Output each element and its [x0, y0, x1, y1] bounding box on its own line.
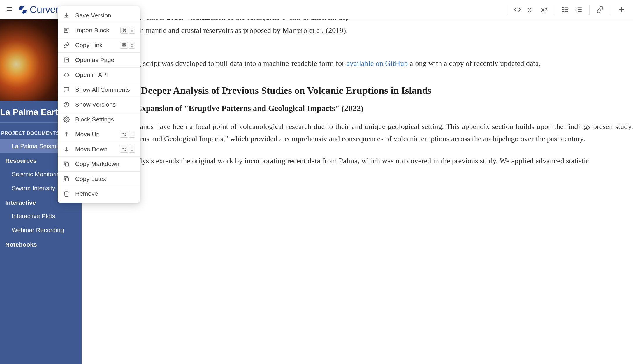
- toolbar-separator: [507, 5, 507, 15]
- context-menu-label: Open as Page: [75, 56, 114, 63]
- keyboard-shortcut: ⌥↑: [120, 131, 135, 138]
- context-menu-label: Show All Comments: [75, 86, 130, 93]
- svg-point-6: [562, 11, 563, 12]
- keyboard-shortcut: ⌘V: [120, 27, 135, 34]
- link-button[interactable]: [594, 3, 606, 16]
- svg-rect-29: [65, 178, 68, 181]
- paragraph: Our deeper analysis extends the original…: [94, 155, 633, 167]
- sidebar-group-notebooks[interactable]: Notebooks: [0, 237, 82, 251]
- arrow-down-icon: [63, 146, 70, 153]
- heading-review: Review and Expansion of "Eruptive Patter…: [94, 104, 633, 113]
- paragraph: A web scraping script was developed to p…: [94, 57, 633, 70]
- toolbar-separator: [555, 5, 555, 15]
- gear-icon: [63, 116, 70, 123]
- svg-point-0: [22, 6, 24, 7]
- context-menu-item[interactable]: Save Version: [58, 8, 140, 23]
- context-menu-item[interactable]: Import Block⌘V: [58, 23, 140, 38]
- context-menu-item[interactable]: Block Settings: [58, 112, 140, 127]
- paragraph-fragment: presence of both mantle and crustal rese…: [94, 24, 633, 37]
- sidebar-item[interactable]: Webinar Recording: [0, 223, 82, 237]
- section-side-label: Availability: [88, 48, 633, 54]
- arrow-up-icon: [63, 131, 70, 138]
- keyboard-shortcut: ⌘C: [120, 42, 135, 49]
- superscript-button[interactable]: x2: [538, 3, 551, 16]
- code-button[interactable]: [511, 3, 524, 16]
- context-menu-label: Copy Latex: [75, 175, 106, 182]
- availability-section: Availability A web scraping script was d…: [94, 48, 633, 70]
- context-menu-item[interactable]: Copy Link⌘C: [58, 38, 140, 53]
- context-menu-item[interactable]: Move Down⌥↓: [58, 142, 140, 157]
- svg-point-4: [562, 9, 563, 10]
- import-icon: [63, 27, 70, 34]
- context-menu-item[interactable]: Show All Comments: [58, 82, 140, 97]
- toolbar-separator: [611, 5, 611, 15]
- context-menu-label: Import Block: [75, 27, 109, 34]
- editor-toolbar: x2 x2 123: [503, 3, 630, 16]
- text: along with a copy of recently updated da…: [408, 59, 541, 68]
- subscript-button[interactable]: x2: [524, 3, 537, 16]
- context-menu-label: Copy Markdown: [75, 160, 119, 167]
- context-menu-label: Open in API: [75, 71, 108, 78]
- context-menu-item[interactable]: Copy Markdown: [58, 157, 140, 172]
- citation-link[interactable]: Marrero et al. (2019): [282, 26, 346, 35]
- paragraph: The Canary Islands have been a focal poi…: [94, 121, 633, 145]
- code-icon: [63, 71, 70, 78]
- ordered-list-button[interactable]: 123: [572, 3, 585, 16]
- svg-point-25: [66, 119, 67, 120]
- sidebar-item[interactable]: Interactive Plots: [0, 209, 82, 223]
- context-menu-item[interactable]: Open as Page: [58, 53, 140, 68]
- context-menu-item[interactable]: Remove: [58, 186, 140, 201]
- history-icon: [63, 101, 70, 108]
- context-menu-label: Save Version: [75, 12, 111, 19]
- copy-icon: [63, 175, 70, 182]
- bullet-list-button[interactable]: [559, 3, 572, 16]
- trash-icon: [63, 190, 70, 197]
- context-menu-item[interactable]: Copy Latex: [58, 172, 140, 186]
- svg-rect-28: [65, 163, 68, 166]
- block-context-menu: Save VersionImport Block⌘VCopy Link⌘COpe…: [58, 6, 140, 203]
- link-icon: [63, 42, 70, 49]
- open-page-icon: [63, 56, 70, 63]
- context-menu-label: Move Up: [75, 131, 100, 138]
- download-icon: [63, 12, 70, 19]
- svg-point-2: [562, 7, 563, 8]
- add-button[interactable]: [615, 3, 628, 16]
- context-menu-label: Show Versions: [75, 101, 116, 108]
- heading-appendix: Appendix: Deeper Analysis of Previous St…: [94, 84, 633, 97]
- comments-icon: [63, 86, 70, 93]
- context-menu-label: Move Down: [75, 146, 108, 153]
- context-menu-item[interactable]: Show Versions: [58, 97, 140, 112]
- svg-text:3: 3: [575, 10, 576, 13]
- github-link[interactable]: available on GitHub: [346, 59, 408, 68]
- text: .: [346, 26, 348, 35]
- copy-icon: [63, 160, 70, 167]
- document-content: through to 9 November 2021. Visualizatio…: [82, 19, 633, 364]
- paragraph-fragment: through to 9 November 2021. Visualizatio…: [94, 19, 633, 23]
- toolbar-separator: [589, 5, 590, 15]
- context-menu-label: Copy Link: [75, 42, 102, 49]
- svg-point-1: [22, 11, 24, 13]
- hamburger-menu[interactable]: [3, 3, 15, 16]
- logo-mark-icon: [18, 5, 27, 14]
- svg-rect-22: [64, 88, 69, 91]
- context-menu-label: Remove: [75, 190, 98, 197]
- context-menu-item[interactable]: Move Up⌥↑: [58, 127, 140, 142]
- context-menu-label: Block Settings: [75, 116, 114, 123]
- context-menu-item[interactable]: Open in API: [58, 68, 140, 82]
- keyboard-shortcut: ⌥↓: [120, 146, 135, 153]
